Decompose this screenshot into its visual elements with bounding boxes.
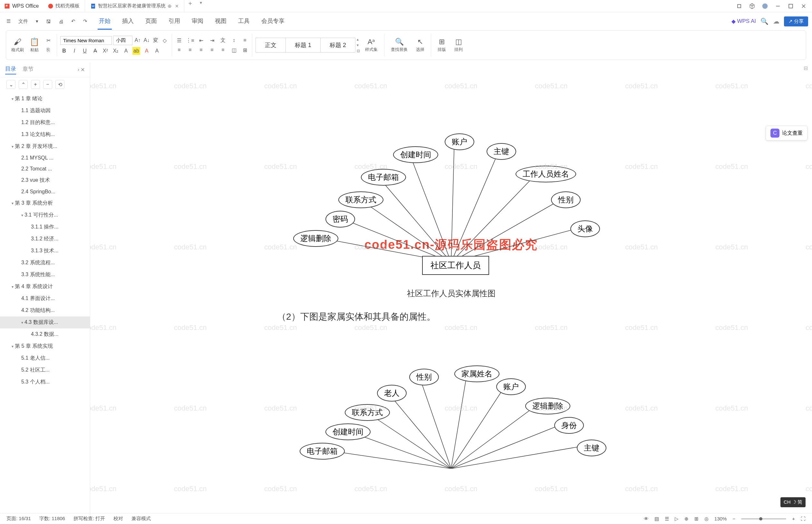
style-h1[interactable]: 标题 1	[286, 38, 320, 52]
number-list-icon[interactable]: ⋮≡	[186, 36, 194, 44]
tab-page[interactable]: 页面	[144, 13, 158, 30]
tab-document[interactable]: W 智慧社区居家养老健康管理系统 ⊕ ✕	[85, 0, 184, 12]
wps-ai-button[interactable]: ◆WPS AI	[731, 18, 756, 25]
add-icon[interactable]: +	[31, 80, 40, 89]
cube-icon[interactable]	[749, 3, 755, 9]
zoom-in-icon[interactable]: +	[792, 516, 795, 521]
paste-button[interactable]: 📋粘贴	[28, 37, 41, 53]
tab-close-icon[interactable]: ✕	[175, 3, 179, 9]
justify-icon[interactable]: ≡	[208, 46, 216, 54]
new-tab-button[interactable]: +	[184, 0, 196, 12]
zoom-value[interactable]: 130%	[714, 516, 727, 521]
outdent-icon[interactable]: ⇤	[197, 36, 205, 44]
cloud-icon[interactable]: ☁	[773, 17, 779, 25]
menu-icon[interactable]: ☰	[4, 16, 13, 26]
outline-item[interactable]: 2.1 MYSQL ...	[0, 152, 90, 163]
close-icon[interactable]	[800, 3, 807, 9]
outline-item[interactable]: 1.1 选题动因	[0, 105, 90, 117]
indent-icon[interactable]: ⇥	[208, 36, 216, 44]
spellcheck-status[interactable]: 拼写检查: 打开	[73, 515, 105, 522]
align-center-icon[interactable]: ≡	[186, 46, 194, 54]
highlight-icon[interactable]: ab	[132, 47, 140, 55]
strike-icon[interactable]: A̶	[91, 47, 99, 55]
find-replace-button[interactable]: 🔍查找替换	[388, 38, 411, 52]
style-body[interactable]: 正文	[255, 38, 286, 52]
focus-icon[interactable]: ◎	[705, 516, 709, 522]
tab-member[interactable]: 会员专享	[260, 13, 286, 30]
superscript-icon[interactable]: X²	[101, 47, 109, 55]
page-indicator[interactable]: 页面: 16/31	[6, 515, 31, 522]
outline-item[interactable]: 3.2 系统流程...	[0, 257, 90, 269]
bold-icon[interactable]: B	[60, 47, 68, 55]
line-spacing-icon[interactable]: ≡	[241, 36, 249, 44]
outline-item[interactable]: ▾第 4 章 系统设计	[0, 281, 90, 293]
align-left-icon[interactable]: ≡	[175, 46, 183, 54]
save-icon[interactable]: 🖫	[44, 17, 53, 26]
undo-icon[interactable]: ↶	[69, 16, 78, 26]
underline-icon[interactable]: U	[81, 47, 88, 55]
outline-item[interactable]: 2.3 vue 技术	[0, 174, 90, 186]
sidebar-tab-toc[interactable]: 目录	[5, 65, 16, 75]
ime-indicator[interactable]: CH ☽ 简	[780, 497, 806, 507]
search-icon[interactable]: 🔍	[760, 17, 768, 25]
outline-item[interactable]: ▾3.1 可行性分...	[0, 209, 90, 221]
redo-icon[interactable]: ↷	[81, 16, 90, 26]
tab-review[interactable]: 审阅	[190, 13, 204, 30]
collapse-icon[interactable]: ⌄	[6, 80, 15, 89]
sidebar-next-icon[interactable]: ›	[78, 67, 79, 73]
tab-view[interactable]: 视图	[214, 13, 228, 30]
eye-icon[interactable]: 👁	[644, 516, 649, 521]
restore-icon[interactable]	[736, 3, 742, 9]
zoom-slider[interactable]	[741, 518, 786, 520]
zoom-out-icon[interactable]: −	[732, 516, 735, 521]
cut-icon[interactable]: ✂	[45, 36, 52, 44]
fullscreen-icon[interactable]: ⛶	[801, 516, 806, 521]
view-outline-icon[interactable]: ☰	[665, 516, 669, 522]
globe-icon[interactable]: ⊕	[684, 516, 689, 522]
sort-icon[interactable]: ↕	[230, 36, 238, 44]
outline-item[interactable]: 4.3.2 数据...	[0, 328, 90, 340]
outline-item[interactable]: ▾第 3 章 系统分析	[0, 197, 90, 209]
tab-dropdown-icon[interactable]: ⊕	[168, 3, 172, 9]
font-color-icon[interactable]: A	[143, 47, 150, 55]
sidebar-close-icon[interactable]: ✕	[81, 67, 85, 73]
file-menu[interactable]: 文件	[16, 16, 31, 27]
outline-item[interactable]: 1.2 目的和意...	[0, 117, 90, 129]
maximize-icon[interactable]	[788, 3, 794, 9]
outline-item[interactable]: ▾4.3 数据库设...	[0, 316, 90, 328]
rail-collapse-icon[interactable]: ⊟	[803, 65, 811, 72]
copy-icon[interactable]: ⎘	[45, 46, 52, 54]
remove-icon[interactable]: −	[43, 80, 52, 89]
styleset-button[interactable]: Aᵃ样式集	[362, 38, 381, 52]
select-button[interactable]: ↖选择	[413, 38, 428, 52]
grow-font-icon[interactable]: A↑	[134, 36, 142, 44]
distribute-icon[interactable]: ≡	[219, 46, 227, 54]
outline-item[interactable]: 4.2 功能结构...	[0, 305, 90, 316]
outline-item[interactable]: 5.3 个人档...	[0, 376, 90, 388]
outline-item[interactable]: ▾第 2 章 开发环境...	[0, 141, 90, 152]
link-icon[interactable]: ⟲	[55, 80, 64, 89]
tab-reference[interactable]: 引用	[167, 13, 181, 30]
outline-item[interactable]: 5.2 社区工...	[0, 364, 90, 376]
paper-check-button[interactable]: C 论文查重	[766, 126, 808, 141]
font-select[interactable]: Times New Roman	[60, 36, 112, 45]
expand-icon[interactable]: ⌃	[19, 80, 28, 89]
clear-format-icon[interactable]: ◇	[161, 36, 168, 44]
order-button[interactable]: ◫排列	[451, 38, 466, 52]
avatar-icon[interactable]	[762, 3, 768, 9]
text-direction-icon[interactable]: 文	[219, 36, 227, 44]
style-up-icon[interactable]: ▴	[357, 37, 360, 42]
outline-item[interactable]: 1.3 论文结构...	[0, 129, 90, 141]
tab-insert[interactable]: 插入	[121, 13, 135, 30]
outline-list[interactable]: ▾第 1 章 绪论1.1 选题动因1.2 目的和意...1.3 论文结构...▾…	[0, 92, 90, 515]
play-icon[interactable]: ▷	[675, 516, 679, 522]
char-border-icon[interactable]: A	[153, 47, 161, 55]
outline-item[interactable]: 2.4 SpringBo...	[0, 186, 90, 197]
sidebar-tab-chapter[interactable]: 章节	[22, 65, 34, 74]
outline-item[interactable]: ▾第 1 章 绪论	[0, 93, 90, 105]
document-canvas[interactable]: code51.cn-源码乐园盗图必究 逻辑删除 密码 联系方式 电子邮箱 创建时…	[90, 63, 812, 515]
word-count[interactable]: 字数: 11806	[39, 515, 65, 522]
tab-start[interactable]: 开始	[98, 13, 112, 30]
new-icon[interactable]: ▾	[33, 16, 41, 26]
print-icon[interactable]: 🖨	[56, 17, 66, 26]
